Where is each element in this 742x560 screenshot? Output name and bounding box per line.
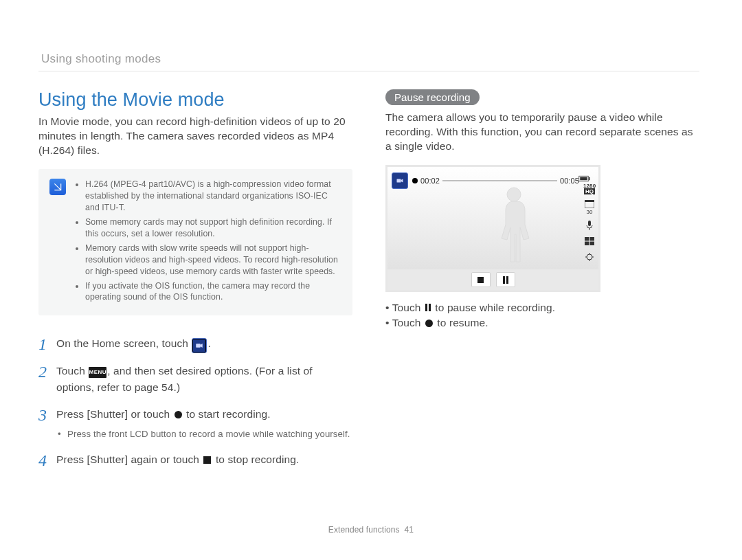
note-item: H.264 (MPEG-4 part10/AVC) is a high-comp… <box>85 179 341 214</box>
record-icon <box>175 411 182 418</box>
note-item: If you activate the OIS function, the ca… <box>85 280 341 304</box>
record-indicator-icon <box>412 178 418 183</box>
camera-screen-preview: 00:02 00:05 1280HQ 30 <box>385 165 600 292</box>
remaining-time: 00:05 <box>560 177 579 185</box>
elapsed-time: 00:02 <box>420 177 440 185</box>
subject-silhouette <box>495 186 533 271</box>
note-item: Some memory cards may not support high d… <box>85 216 341 240</box>
svg-rect-0 <box>196 344 201 348</box>
step-number: 4 <box>38 451 51 469</box>
svg-rect-6 <box>585 200 594 202</box>
fps-icon: 30 <box>583 200 596 215</box>
ois-icon <box>583 252 596 263</box>
svg-point-12 <box>507 188 521 201</box>
status-icons: 1280HQ 30 <box>583 183 596 263</box>
pause-icon <box>425 304 431 311</box>
svg-rect-7 <box>588 221 591 226</box>
subsection-pill: Pause recording <box>385 89 480 105</box>
page-footer: Extended functions 41 <box>0 525 742 535</box>
svg-rect-4 <box>589 177 590 181</box>
step-body: Press [Shutter] again or touch to stop r… <box>56 451 299 469</box>
movie-mode-icon <box>192 338 207 353</box>
intro-paragraph: In Movie mode, you can record high-defin… <box>38 115 352 158</box>
subsection-paragraph: The camera allows you to temporarily pau… <box>385 111 699 154</box>
instruction-line: Touch to pause while recording. <box>385 302 699 314</box>
divider <box>38 71 699 71</box>
section-header: Using shooting modes <box>41 52 704 66</box>
step-body: Press [Shutter] or touch to start record… <box>56 405 350 440</box>
stop-icon <box>203 456 211 464</box>
step-number: 3 <box>38 405 51 440</box>
svg-rect-3 <box>580 177 587 181</box>
movie-mode-icon <box>392 172 408 189</box>
step-body: Touch MENU, and then set desired options… <box>56 362 352 396</box>
note-item: Memory cards with slow write speeds will… <box>85 243 341 278</box>
progress-bar <box>442 180 557 181</box>
svg-point-11 <box>587 254 592 260</box>
step-sub: Press the front LCD button to record a m… <box>56 427 350 441</box>
grid-icon <box>583 237 596 247</box>
stop-button[interactable] <box>471 272 491 287</box>
instruction-line: Touch to resume. <box>385 317 699 329</box>
mic-icon <box>583 221 596 232</box>
note-box: H.264 (MPEG-4 part10/AVC) is a high-comp… <box>38 169 352 316</box>
record-icon <box>425 320 433 327</box>
pause-button[interactable] <box>496 272 515 287</box>
step-number: 1 <box>38 335 51 352</box>
step-body: On the Home screen, touch . <box>56 335 211 352</box>
note-icon <box>49 179 66 195</box>
page-title: Using the Movie mode <box>38 89 352 111</box>
svg-rect-1 <box>397 179 401 182</box>
steps-list: 1 On the Home screen, touch . 2 Touch ME… <box>38 335 352 469</box>
menu-icon: MENU <box>89 367 106 378</box>
step-number: 2 <box>38 362 51 396</box>
